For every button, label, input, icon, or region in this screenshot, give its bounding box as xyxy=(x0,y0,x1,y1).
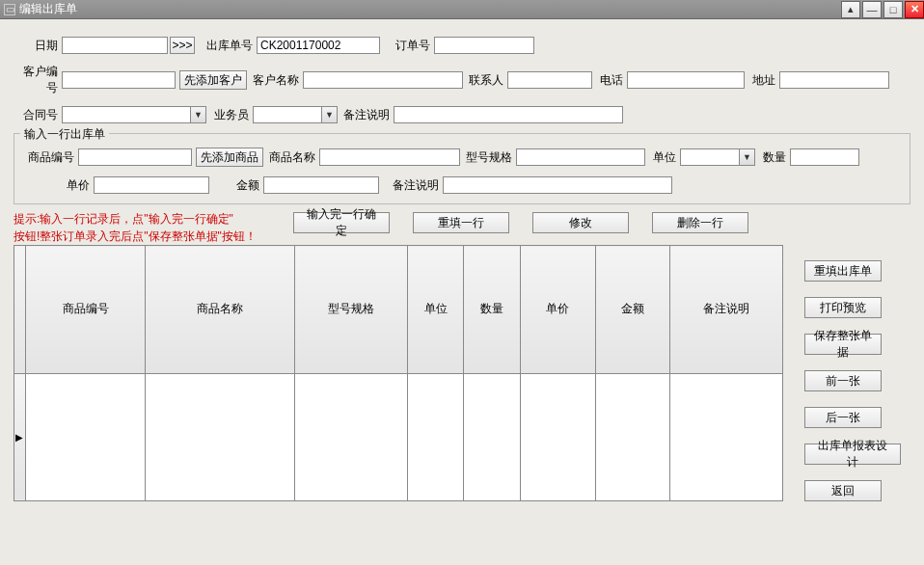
addr-input[interactable] xyxy=(779,71,889,89)
cust-name-label: 客户名称 xyxy=(247,72,303,89)
date-label: 日期 xyxy=(14,38,62,54)
prev-button[interactable]: 前一张 xyxy=(804,370,882,391)
th-unit: 单位 xyxy=(407,246,463,374)
chevron-down-icon: ▼ xyxy=(321,107,337,122)
chevron-down-icon: ▼ xyxy=(190,107,205,122)
next-button[interactable]: 后一张 xyxy=(804,407,882,428)
print-preview-button[interactable]: 打印预览 xyxy=(804,297,882,318)
contract-label: 合同号 xyxy=(14,107,62,123)
titlebar: ▭ 编辑出库单 ▴ — □ ✕ xyxy=(0,0,924,19)
items-table: 商品编号 商品名称 型号规格 单位 数量 单价 金额 备注说明 ▶ xyxy=(14,245,783,501)
sales-select[interactable]: ▼ xyxy=(253,106,338,123)
qty-label: 数量 xyxy=(755,149,790,166)
th-amount: 金额 xyxy=(595,246,670,374)
delete-line-button[interactable]: 删除一行 xyxy=(652,212,748,233)
cust-no-input[interactable] xyxy=(62,71,176,89)
amount-input[interactable] xyxy=(263,176,379,194)
out-no-input[interactable] xyxy=(257,37,380,54)
table-row[interactable]: ▶ xyxy=(14,373,783,501)
report-design-button[interactable]: 出库单报表设计 xyxy=(804,444,901,465)
th-prod-no: 商品编号 xyxy=(25,246,145,374)
maximize-button[interactable]: □ xyxy=(883,1,903,18)
price-input[interactable] xyxy=(94,176,209,194)
price-label: 单价 xyxy=(22,177,94,194)
qty-input[interactable] xyxy=(790,148,859,166)
prod-name-label: 商品名称 xyxy=(263,149,319,166)
unit-select[interactable]: ▼ xyxy=(680,148,755,166)
date-input[interactable] xyxy=(62,37,168,54)
order-no-input[interactable] xyxy=(434,37,534,54)
sales-label: 业务员 xyxy=(206,107,253,123)
minimize-button[interactable]: — xyxy=(862,1,882,18)
add-product-button[interactable]: 先添加商品 xyxy=(196,148,263,167)
return-button[interactable]: 返回 xyxy=(804,480,882,501)
contract-select[interactable]: ▼ xyxy=(62,106,206,123)
window-title: 编辑出库单 xyxy=(19,1,77,17)
line-remark-input[interactable] xyxy=(443,176,672,194)
remark-label: 备注说明 xyxy=(338,107,394,123)
th-remark: 备注说明 xyxy=(670,246,783,374)
remark-input[interactable] xyxy=(394,106,623,123)
modify-button[interactable]: 修改 xyxy=(532,212,629,233)
chevron-down-icon: ▼ xyxy=(739,149,754,165)
amount-label: 金额 xyxy=(209,177,263,194)
th-qty: 数量 xyxy=(464,246,520,374)
prod-no-label: 商品编号 xyxy=(22,149,78,166)
order-no-label: 订单号 xyxy=(386,38,434,54)
out-no-label: 出库单号 xyxy=(201,38,257,54)
restore-down-button[interactable]: ▴ xyxy=(841,1,860,18)
phone-input[interactable] xyxy=(627,71,745,89)
cust-name-input[interactable] xyxy=(303,71,463,89)
contact-input[interactable] xyxy=(507,71,592,89)
date-picker-button[interactable]: >>> xyxy=(170,37,195,54)
unit-label: 单位 xyxy=(645,149,680,166)
close-button[interactable]: ✕ xyxy=(905,1,924,18)
phone-label: 电话 xyxy=(592,72,627,89)
th-price: 单价 xyxy=(520,246,595,374)
row-indicator-icon: ▶ xyxy=(14,373,26,501)
spec-input[interactable] xyxy=(516,148,645,166)
row-header-corner xyxy=(14,246,26,374)
contact-label: 联系人 xyxy=(463,72,507,89)
line-entry-group: 输入一行出库单 商品编号 先添加商品 商品名称 型号规格 单位 ▼ 数量 单价 … xyxy=(14,133,910,204)
save-all-button[interactable]: 保存整张单据 xyxy=(804,334,882,355)
add-customer-button[interactable]: 先添加客户 xyxy=(179,70,247,90)
confirm-line-button[interactable]: 输入完一行确定 xyxy=(293,212,390,233)
line-remark-label: 备注说明 xyxy=(387,177,443,194)
app-icon: ▭ xyxy=(4,4,15,15)
refill-line-button[interactable]: 重填一行 xyxy=(413,212,509,233)
group-title: 输入一行出库单 xyxy=(20,126,109,143)
th-prod-name: 商品名称 xyxy=(146,246,295,374)
addr-label: 地址 xyxy=(745,72,779,89)
prod-name-input[interactable] xyxy=(319,148,460,166)
th-spec: 型号规格 xyxy=(295,246,408,374)
prod-no-input[interactable] xyxy=(78,148,192,166)
refill-form-button[interactable]: 重填出库单 xyxy=(804,260,882,282)
spec-label: 型号规格 xyxy=(460,149,516,166)
cust-no-label: 客户编号 xyxy=(14,64,62,96)
table-header-row: 商品编号 商品名称 型号规格 单位 数量 单价 金额 备注说明 xyxy=(14,246,783,374)
